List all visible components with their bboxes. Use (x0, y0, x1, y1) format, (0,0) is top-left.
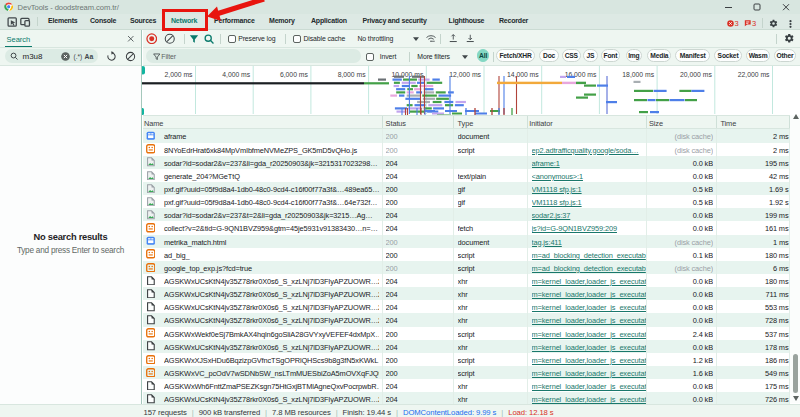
svg-text:12,000 ms: 12,000 ms (449, 71, 481, 78)
svg-text:6,000 ms: 6,000 ms (280, 71, 309, 78)
svg-text:14,000 ms: 14,000 ms (507, 71, 539, 78)
svg-text:20,000 ms: 20,000 ms (680, 71, 712, 78)
svg-text:4,000 ms: 4,000 ms (222, 71, 251, 78)
svg-text:8,000 ms: 8,000 ms (338, 71, 367, 78)
svg-text:22,000 ms: 22,000 ms (738, 71, 770, 78)
svg-text:2,000 ms: 2,000 ms (165, 71, 194, 78)
svg-text:18,000 ms: 18,000 ms (622, 71, 654, 78)
